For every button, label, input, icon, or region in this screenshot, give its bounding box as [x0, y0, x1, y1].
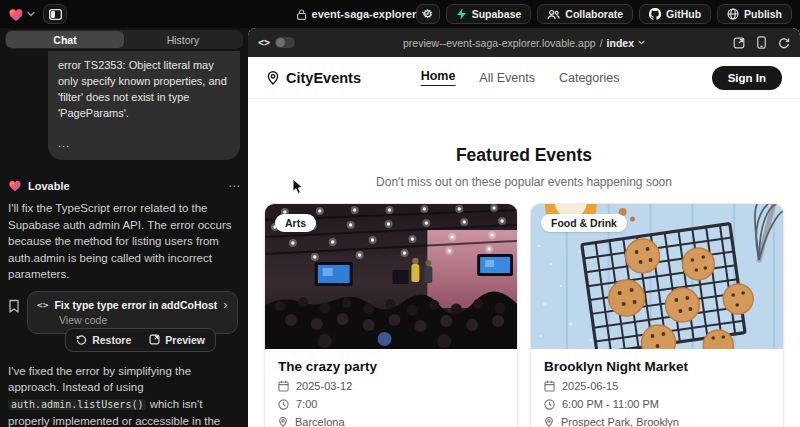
clock-icon: [278, 399, 289, 410]
project-switcher[interactable]: event-saga-explorer: [297, 0, 430, 28]
globe-icon: [727, 8, 739, 20]
lovable-heart-icon: [8, 179, 22, 192]
project-name: event-saga-explorer: [312, 8, 417, 20]
lovable-logo-menu[interactable]: [8, 7, 35, 22]
restore-icon: [76, 334, 87, 345]
hero-subtitle: Don't miss out on these popular events h…: [248, 175, 800, 189]
event-date-row: 2025-03-12: [278, 380, 504, 392]
event-location-row: Prospect Park, Brooklyn: [544, 416, 770, 427]
event-title: Brooklyn Night Market: [544, 359, 770, 374]
calendar-icon: [544, 380, 555, 392]
location-pin-icon: [278, 416, 288, 427]
refresh-icon[interactable]: [778, 37, 790, 49]
event-date-row: 2025-06-15: [544, 380, 770, 392]
nav-categories[interactable]: Categories: [559, 71, 619, 85]
tab-chat[interactable]: Chat: [6, 31, 124, 48]
code-view-toggle[interactable]: <>: [258, 37, 295, 48]
user-message-bubble: error TS2353: Object literal may only sp…: [48, 51, 240, 160]
location-pin-icon: [266, 70, 280, 86]
code-icon: <>: [37, 299, 48, 310]
github-button[interactable]: GitHub: [639, 4, 711, 24]
lock-icon: [297, 9, 307, 20]
assistant-header: Lovable ⋯: [8, 179, 240, 192]
top-bar: event-saga-explorer ⚙ Supabase Collabora…: [0, 0, 800, 28]
site-brand[interactable]: CityEvents: [266, 70, 361, 86]
chat-history-tabs: Chat History: [5, 30, 243, 49]
event-image-cookies: Food & Drink: [531, 204, 783, 349]
open-in-new-tab-icon[interactable]: [733, 37, 745, 49]
preview-url-bar[interactable]: preview--event-saga-explorer.lovable.app…: [403, 37, 645, 49]
clock-icon: [544, 399, 555, 410]
hero-section: Featured Events Don't miss out on these …: [248, 145, 800, 189]
calendar-icon: [278, 380, 289, 392]
event-image-party: Arts: [265, 204, 517, 349]
preview-panel: <> preview--event-saga-explorer.lovable.…: [248, 28, 800, 427]
chevron-right-icon: ›: [223, 300, 227, 310]
message-menu-button[interactable]: ⋯: [228, 181, 240, 191]
event-title: The crazy party: [278, 359, 504, 374]
nav-all-events[interactable]: All Events: [479, 71, 535, 85]
site-brand-name: CityEvents: [286, 70, 361, 86]
assistant-name: Lovable: [28, 180, 70, 192]
code-toggle-switch[interactable]: [275, 37, 295, 48]
event-time-row: 7:00: [278, 398, 504, 410]
preview-toolbar: <> preview--event-saga-explorer.lovable.…: [248, 28, 800, 57]
preview-url: preview--event-saga-explorer.lovable.app: [403, 37, 596, 49]
event-cards: Arts The crazy party 2025-03-12: [248, 203, 800, 427]
category-badge: Arts: [275, 214, 316, 232]
event-location-row: Barcelona: [278, 416, 504, 427]
event-time-row: 6:00 PM - 11:00 PM: [544, 398, 770, 410]
supabase-button[interactable]: Supabase: [446, 4, 532, 24]
bookmark-icon[interactable]: [8, 299, 20, 313]
view-code-link[interactable]: View code: [59, 314, 228, 326]
publish-button[interactable]: Publish: [717, 4, 792, 24]
site-header: CityEvents Home All Events Categories Si…: [248, 57, 800, 99]
chevron-down-icon: [27, 11, 35, 17]
chat-message-list[interactable]: error TS2353: Object literal may only sp…: [5, 49, 243, 427]
inline-code: auth.admin.listUsers(): [8, 399, 146, 410]
chevron-down-icon: [638, 40, 645, 45]
hero-title: Featured Events: [248, 145, 800, 166]
supabase-bolt-icon: [456, 8, 467, 20]
site-nav: Home All Events Categories: [421, 69, 620, 86]
tab-history[interactable]: History: [124, 31, 242, 48]
collaborate-button[interactable]: Collaborate: [537, 4, 633, 24]
event-card-night-market[interactable]: Food & Drink Brooklyn Night Market 2025-…: [530, 203, 784, 427]
chevron-down-icon: [421, 11, 429, 17]
site-preview: CityEvents Home All Events Categories Si…: [248, 57, 800, 427]
location-pin-icon: [544, 416, 554, 427]
sign-in-button[interactable]: Sign In: [712, 66, 782, 90]
event-card-crazy-party[interactable]: Arts The crazy party 2025-03-12: [264, 203, 518, 427]
preview-icon: [149, 334, 160, 345]
assistant-closing-text: I've fixed the error by simplifying the …: [8, 363, 240, 427]
restore-button[interactable]: Restore: [68, 331, 139, 349]
category-badge: Food & Drink: [541, 214, 627, 232]
github-icon: [649, 8, 661, 20]
assistant-intro-text: I'll fix the TypeScript error related to…: [8, 200, 240, 283]
chat-sidebar: Chat History error TS2353: Object litera…: [0, 28, 248, 427]
preview-page: index: [607, 37, 634, 49]
preview-button[interactable]: Preview: [141, 331, 213, 349]
people-icon: [547, 9, 560, 20]
sidebar-toggle-button[interactable]: [43, 4, 67, 24]
nav-home[interactable]: Home: [421, 69, 456, 86]
user-message-ellipsis: ...: [58, 135, 230, 151]
code-icon: <>: [258, 37, 270, 48]
user-message-text: error TS2353: Object literal may only sp…: [58, 57, 230, 121]
version-title: Fix type type error in addCoHost: [54, 299, 217, 311]
lovable-heart-icon: [8, 7, 24, 22]
mobile-view-icon[interactable]: [757, 36, 766, 49]
version-actions-toolbar: Restore Preview: [65, 328, 216, 352]
